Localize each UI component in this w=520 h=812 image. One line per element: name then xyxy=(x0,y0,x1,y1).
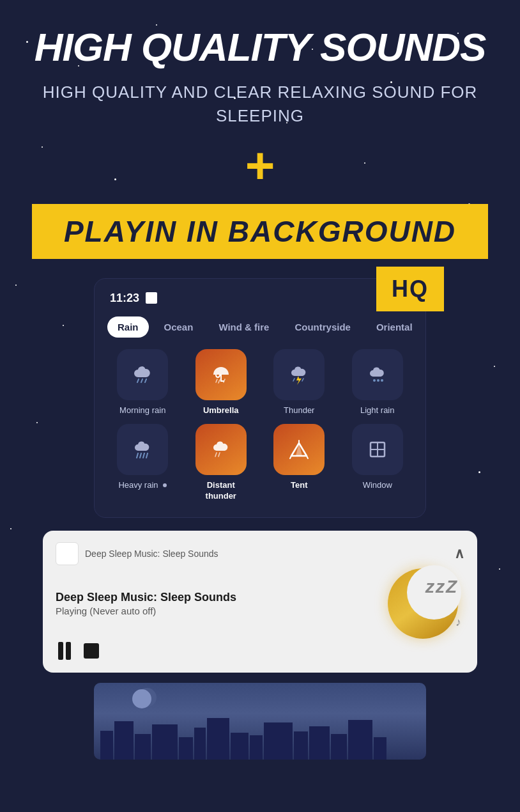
tab-wind-fire[interactable]: Wind & fire xyxy=(208,316,279,338)
umbrella-icon xyxy=(210,363,233,386)
svg-line-19 xyxy=(218,453,220,457)
heavy-rain-label: Heavy rain xyxy=(118,480,167,491)
status-time: 11:23 xyxy=(110,292,139,305)
distant-thunder-icon xyxy=(210,438,233,461)
thunder-label: Thunder xyxy=(284,405,314,416)
svg-point-12 xyxy=(377,379,379,382)
building-5 xyxy=(179,737,193,760)
building-12 xyxy=(309,726,330,760)
window-icon xyxy=(366,438,389,461)
building-2 xyxy=(114,721,134,760)
svg-line-17 xyxy=(146,453,148,458)
pause-bar-left xyxy=(58,642,63,660)
pause-button[interactable] xyxy=(58,642,71,660)
sound-morning-rain[interactable]: Morning rain xyxy=(107,349,178,416)
background-banner: PLAYIN IN BACKGROUND xyxy=(32,204,488,259)
morning-rain-label: Morning rain xyxy=(119,405,165,416)
hq-badge-text: HQ xyxy=(392,276,429,302)
player-text: Deep Sleep Music: Sleep Sounds Playing (… xyxy=(56,590,381,616)
morning-rain-icon-wrap xyxy=(117,349,168,400)
building-7 xyxy=(207,718,229,760)
plus-icon: + xyxy=(245,140,275,191)
tab-countryside[interactable]: Countryside xyxy=(284,316,361,338)
sound-thunder[interactable]: Thunder xyxy=(264,349,335,416)
sound-tent[interactable]: Tent xyxy=(264,424,335,502)
building-14 xyxy=(348,720,372,760)
app-screen: 11:23 Rain Ocean Wind & fire Countryside… xyxy=(94,278,426,518)
heavy-rain-icon-wrap xyxy=(117,424,168,475)
building-13 xyxy=(331,734,347,760)
status-bar: 11:23 xyxy=(107,292,413,305)
player-chevron-icon[interactable]: ∧ xyxy=(454,545,464,562)
stop-button[interactable] xyxy=(84,643,99,659)
player-top-row: Deep Sleep Music: Sleep Sounds ∧ xyxy=(56,542,464,565)
main-title: HIGH QUALITY SOUNDS xyxy=(34,26,486,69)
svg-line-15 xyxy=(140,453,141,458)
svg-line-6 xyxy=(218,380,220,383)
status-square xyxy=(146,292,157,304)
player-app-info: Deep Sleep Music: Sleep Sounds xyxy=(56,542,218,565)
cityscape-section xyxy=(94,683,426,760)
tent-icon-wrap xyxy=(273,424,325,475)
thunder-icon xyxy=(287,363,310,386)
svg-line-7 xyxy=(224,379,225,382)
pause-icon xyxy=(58,642,71,660)
tab-ocean[interactable]: Ocean xyxy=(154,316,204,338)
tab-rain[interactable]: Rain xyxy=(107,316,149,338)
light-rain-label: Light rain xyxy=(360,405,394,416)
category-tabs: Rain Ocean Wind & fire Countryside Orien… xyxy=(107,316,413,338)
heavy-rain-icon xyxy=(131,438,154,461)
svg-line-2 xyxy=(145,379,146,382)
tent-icon xyxy=(287,438,310,461)
svg-marker-21 xyxy=(296,443,302,456)
player-main: Deep Sleep Music: Sleep Sounds Playing (… xyxy=(56,572,464,636)
building-11 xyxy=(294,731,308,760)
sound-heavy-rain[interactable]: Heavy rain xyxy=(107,424,178,502)
player-notification: Deep Sleep Music: Sleep Sounds ∧ Deep Sl… xyxy=(43,531,477,673)
banner-text: PLAYIN IN BACKGROUND xyxy=(64,214,456,249)
svg-line-0 xyxy=(137,379,139,382)
zzz-text: zzZ xyxy=(425,577,458,597)
svg-line-23 xyxy=(290,456,291,458)
thunder-icon-wrap xyxy=(273,349,325,400)
tab-oriental[interactable]: Oriental xyxy=(366,316,413,338)
umbrella-label: Umbrella xyxy=(203,405,239,416)
sound-distant-thunder[interactable]: Distantthunder xyxy=(186,424,257,502)
player-status: Playing (Never auto off) xyxy=(56,605,381,616)
player-title: Deep Sleep Music: Sleep Sounds xyxy=(56,590,381,605)
building-4 xyxy=(152,724,178,760)
stop-square-icon xyxy=(84,643,99,659)
building-8 xyxy=(231,733,249,760)
city-buildings xyxy=(94,715,426,760)
svg-line-24 xyxy=(307,456,308,458)
building-15 xyxy=(374,737,386,760)
window-icon-wrap xyxy=(352,424,403,475)
pause-bar-right xyxy=(66,642,71,660)
light-rain-icon-wrap xyxy=(352,349,403,400)
sound-light-rain[interactable]: Light rain xyxy=(342,349,413,416)
umbrella-icon-wrap xyxy=(195,349,247,400)
sound-umbrella[interactable]: Umbrella xyxy=(186,349,257,416)
app-mockup: HQ 11:23 Rain Ocean Wind & fire Countrys… xyxy=(94,278,426,518)
building-9 xyxy=(250,735,263,760)
sound-grid: Morning rain xyxy=(107,349,413,502)
morning-rain-icon xyxy=(131,363,154,386)
svg-line-5 xyxy=(216,379,217,382)
building-3 xyxy=(135,734,151,760)
moon-artwork: zzZ ♪ xyxy=(381,572,464,636)
moon-crescent xyxy=(132,689,151,708)
svg-marker-8 xyxy=(296,376,302,385)
heavy-rain-dot xyxy=(163,483,167,487)
tent-label: Tent xyxy=(291,480,307,491)
building-1 xyxy=(100,731,113,760)
window-label: Window xyxy=(363,480,392,491)
hq-badge: HQ xyxy=(376,267,444,311)
svg-line-14 xyxy=(137,453,138,458)
sound-window[interactable]: Window xyxy=(342,424,413,502)
svg-line-1 xyxy=(141,379,142,382)
svg-line-9 xyxy=(293,379,294,381)
building-6 xyxy=(194,728,206,760)
player-app-name: Deep Sleep Music: Sleep Sounds xyxy=(85,549,218,559)
building-10 xyxy=(264,722,293,760)
svg-line-18 xyxy=(215,453,217,457)
